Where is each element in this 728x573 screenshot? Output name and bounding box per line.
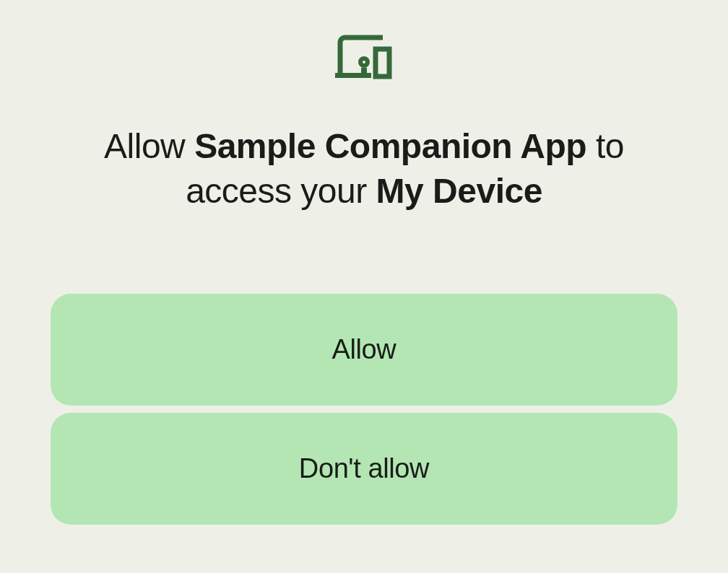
- heading-app-name: Sample Companion App: [194, 127, 586, 165]
- heading-pre: Allow: [104, 127, 194, 165]
- devices-icon: [335, 33, 393, 82]
- svg-rect-1: [376, 49, 389, 76]
- svg-point-0: [360, 58, 368, 66]
- allow-button[interactable]: Allow: [51, 294, 677, 406]
- permission-heading: Allow Sample Companion App to access you…: [51, 124, 677, 214]
- heading-device-name: My Device: [376, 172, 542, 210]
- deny-button[interactable]: Don't allow: [51, 413, 677, 525]
- button-group: Allow Don't allow: [51, 294, 677, 525]
